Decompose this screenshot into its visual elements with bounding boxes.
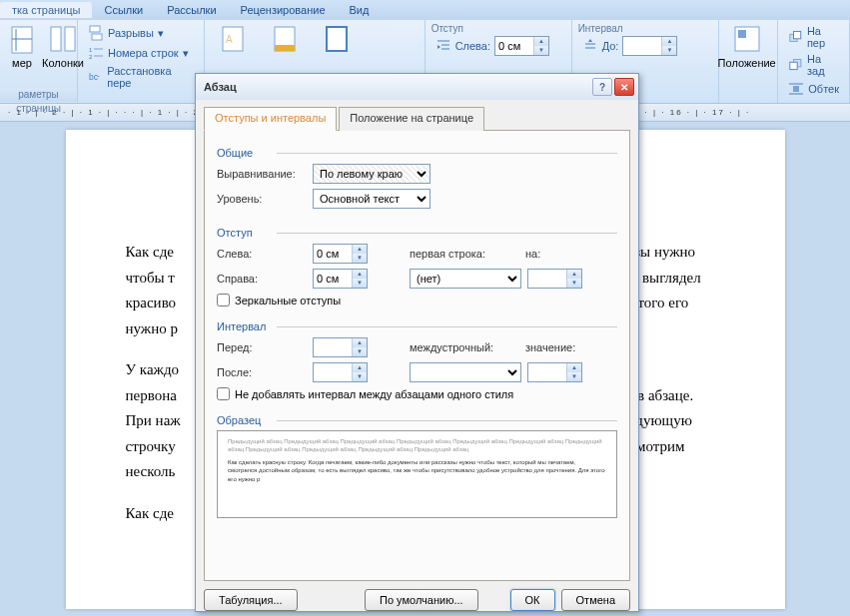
send-back-button[interactable]: На зад [784, 51, 843, 79]
page-color-button[interactable] [263, 23, 307, 55]
svg-rect-1 [51, 27, 61, 51]
svg-rect-3 [90, 26, 100, 32]
columns-icon [47, 23, 79, 55]
line-spacing-label: междустрочный: [410, 341, 519, 353]
section-preview: Образец [217, 414, 617, 426]
first-line-by-spin[interactable]: ▲▼ [527, 269, 582, 289]
size-icon [6, 23, 38, 55]
bring-front-button[interactable]: На пер [784, 23, 843, 51]
line-spacing-select[interactable] [410, 362, 521, 382]
tab-indents-spacing[interactable]: Отступы и интервалы [204, 107, 337, 131]
wrap-icon [788, 81, 804, 97]
svg-rect-24 [794, 32, 801, 39]
level-select[interactable]: Основной текст [313, 189, 430, 209]
breaks-icon [88, 25, 104, 41]
value-label: значение: [525, 341, 585, 353]
hyphenation-button[interactable]: bc- Расстановка пере [84, 63, 198, 91]
indent-right-spin[interactable]: ▲▼ [313, 269, 368, 289]
spacing-group-title: Интервал [578, 23, 712, 34]
tab-review[interactable]: Рецензирование [229, 2, 338, 18]
tab-view[interactable]: Вид [338, 2, 382, 18]
line-numbers-icon: 12 [88, 45, 104, 61]
svg-rect-2 [65, 27, 75, 51]
position-button[interactable]: Положение [725, 23, 769, 69]
tab-page-layout[interactable]: тка страницы [0, 2, 92, 18]
svg-text:-: - [97, 72, 99, 79]
tabs-button[interactable]: Табуляция... [204, 589, 298, 611]
send-back-icon [788, 57, 803, 73]
alignment-label: Выравнивание: [217, 168, 307, 180]
close-button[interactable]: ✕ [614, 78, 634, 96]
spacing-before-spinner[interactable]: ▲▼ [622, 36, 677, 56]
section-spacing: Интервал [217, 320, 617, 332]
watermark-button[interactable]: A [211, 23, 255, 55]
indent-group-title: Отступ [431, 23, 565, 34]
indent-left-icon [435, 38, 451, 54]
mirror-indents-checkbox[interactable]: Зеркальные отступы [217, 294, 617, 307]
spacing-before-spin[interactable]: ▲▼ [313, 337, 368, 357]
indent-left-spinner[interactable]: ▲▼ [494, 36, 549, 56]
spacing-after-spin[interactable]: ▲▼ [313, 362, 368, 382]
indent-right-label: Справа: [217, 273, 307, 285]
svg-rect-0 [12, 27, 32, 53]
size-button[interactable]: мер [6, 23, 38, 69]
svg-text:A: A [226, 34, 233, 45]
svg-rect-15 [327, 27, 347, 51]
line-spacing-value-spin[interactable]: ▲▼ [527, 362, 582, 382]
svg-rect-27 [793, 86, 799, 92]
bring-front-icon [788, 29, 803, 45]
page-color-icon [269, 23, 301, 55]
hyphenation-icon: bc- [88, 69, 103, 85]
indent-left-label: Слева: [217, 248, 307, 260]
breaks-button[interactable]: Разрывы▾ [84, 23, 198, 43]
text-wrap-button[interactable]: Обтек [784, 79, 843, 99]
watermark-icon: A [217, 23, 249, 55]
svg-rect-4 [92, 34, 102, 40]
cancel-button[interactable]: Отмена [561, 589, 630, 611]
section-general: Общие [217, 147, 617, 159]
svg-rect-26 [790, 62, 797, 69]
first-line-select[interactable]: (нет) [410, 269, 521, 289]
spacing-before-row: До: ▲▼ [578, 34, 712, 58]
indent-left-row: Слева: ▲▼ [431, 34, 565, 58]
spacing-before-label: Перед: [217, 341, 307, 353]
dialog-title: Абзац [204, 81, 590, 93]
alignment-select[interactable]: По левому краю [313, 164, 430, 184]
spacing-after-label: После: [217, 366, 307, 378]
level-label: Уровень: [217, 193, 307, 205]
by-label: на: [525, 248, 585, 260]
first-line-label: первая строка: [410, 248, 519, 260]
position-icon [731, 23, 763, 55]
tab-links[interactable]: Ссылки [92, 2, 155, 18]
svg-rect-14 [275, 45, 295, 51]
ok-button[interactable]: ОК [510, 589, 555, 611]
svg-text:2: 2 [89, 54, 93, 60]
preview-box: Предыдущий абзац Предыдущий абзац Предыд… [217, 430, 617, 518]
svg-text:1: 1 [89, 47, 93, 53]
tab-page-position[interactable]: Положение на странице [339, 107, 484, 131]
line-numbers-button[interactable]: 12 Номера строк▾ [84, 43, 198, 63]
svg-rect-22 [738, 30, 746, 38]
help-button[interactable]: ? [592, 78, 612, 96]
page-params-label: раметры страницы [0, 88, 77, 102]
tab-mailings[interactable]: Рассылки [155, 2, 228, 18]
paragraph-dialog: Абзац ? ✕ Отступы и интервалы Положение … [195, 73, 639, 612]
default-button[interactable]: По умолчанию... [365, 589, 478, 611]
indent-left-spin[interactable]: ▲▼ [313, 244, 368, 264]
dialog-titlebar[interactable]: Абзац ? ✕ [196, 74, 638, 100]
section-indent: Отступ [217, 227, 617, 239]
spacing-before-icon [582, 38, 598, 54]
page-borders-button[interactable] [315, 23, 359, 55]
dont-add-space-checkbox[interactable]: Не добавлять интервал между абзацами одн… [217, 387, 617, 400]
page-borders-icon [321, 23, 353, 55]
